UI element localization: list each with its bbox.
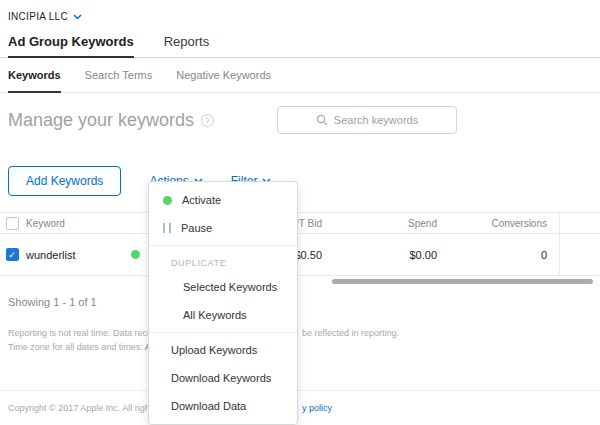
menu-item-label: Pause: [181, 222, 212, 234]
note-line-1: Reporting is not real time. Data recen: [8, 326, 592, 340]
actions-dropdown-menu: Activate Pause DUPLICATE Selected Keywor…: [148, 181, 298, 425]
menu-item-label: Activate: [182, 194, 221, 206]
help-info-icon[interactable]: [201, 114, 214, 127]
column-header-conversions[interactable]: Conversions: [449, 218, 559, 229]
keyword-cell: wunderlist: [24, 249, 124, 261]
row-checkbox[interactable]: [6, 248, 19, 261]
menu-item-all-keywords[interactable]: All Keywords: [149, 301, 297, 329]
account-row: INCIPIA LLC: [0, 0, 600, 26]
pause-icon: [163, 223, 171, 233]
account-switcher[interactable]: INCIPIA LLC: [8, 11, 82, 22]
menu-divider: [149, 245, 297, 246]
spend-cell: $0.00: [334, 249, 449, 261]
account-name: INCIPIA LLC: [8, 11, 68, 22]
page-title: Manage your keywords: [8, 110, 214, 131]
table-row[interactable]: wunderlist $0.50 $0.00 0: [0, 234, 600, 276]
tab-ad-group-keywords[interactable]: Ad Group Keywords: [8, 26, 134, 58]
column-header-keyword[interactable]: Keyword: [24, 218, 124, 229]
results-summary: Showing 1 - 1 of 1: [0, 288, 600, 308]
note-line-2: Time zone for all dates and times: Am: [8, 340, 592, 354]
menu-item-label: Download Keywords: [171, 372, 271, 384]
timezone-text: Time zone for all dates and times:: [8, 342, 143, 352]
conversions-cell: 0: [449, 249, 559, 261]
active-status-icon: [131, 250, 140, 259]
toolbar: Add Keywords Actions Filter: [0, 144, 600, 204]
menu-divider: [149, 332, 297, 333]
keywords-table: Keyword CPT Bid Spend Conversions wunder…: [0, 212, 600, 276]
horizontal-scrollbar[interactable]: [332, 279, 593, 284]
menu-item-label: Download Data: [171, 400, 246, 412]
menu-item-upload-keywords[interactable]: Upload Keywords: [149, 336, 297, 364]
search-placeholder: Search keywords: [334, 114, 418, 126]
activate-dot-icon: [163, 196, 172, 205]
tab-negative-keywords[interactable]: Negative Keywords: [176, 58, 271, 93]
page-title-text: Manage your keywords: [8, 110, 194, 131]
select-all-checkbox[interactable]: [6, 217, 19, 230]
menu-item-label: Upload Keywords: [171, 344, 257, 356]
privacy-policy-link[interactable]: y policy: [302, 403, 332, 413]
sub-tab-bar: Keywords Search Terms Negative Keywords: [0, 58, 600, 93]
reporting-notes: Reporting is not real time. Data recen b…: [0, 308, 600, 355]
chevron-down-icon: [73, 14, 82, 20]
note-line-1-left: Reporting is not real time. Data recen: [8, 328, 157, 338]
menu-item-download-keywords[interactable]: Download Keywords: [149, 364, 297, 392]
menu-item-selected-keywords[interactable]: Selected Keywords: [149, 273, 297, 301]
tab-search-terms[interactable]: Search Terms: [85, 58, 153, 93]
add-keywords-button[interactable]: Add Keywords: [8, 166, 121, 196]
column-header-spend[interactable]: Spend: [334, 218, 449, 229]
table-header-row: Keyword CPT Bid Spend Conversions: [0, 212, 600, 234]
main-tab-bar: Ad Group Keywords Reports: [0, 26, 600, 58]
menu-item-activate[interactable]: Activate: [149, 186, 297, 214]
tab-keywords[interactable]: Keywords: [8, 58, 61, 93]
note-line-1-right: be reflected in reporting.: [302, 326, 399, 340]
menu-section-duplicate: DUPLICATE: [149, 249, 297, 273]
menu-item-label: Selected Keywords: [183, 281, 277, 293]
row-spacer: [559, 234, 600, 275]
menu-item-download-data[interactable]: Download Data: [149, 392, 297, 420]
tab-reports[interactable]: Reports: [164, 26, 210, 58]
footer: Copyright © 2017 Apple Inc. All rights y…: [0, 390, 600, 425]
column-header-spacer: [559, 213, 600, 233]
menu-item-pause[interactable]: Pause: [149, 214, 297, 242]
search-input[interactable]: Search keywords: [277, 106, 457, 134]
scrollbar-track: [0, 276, 600, 288]
heading-row: Manage your keywords Search keywords: [0, 93, 600, 144]
menu-item-label: All Keywords: [183, 309, 247, 321]
search-icon: [316, 114, 328, 126]
copyright-text: Copyright © 2017 Apple Inc. All rights: [8, 403, 157, 413]
